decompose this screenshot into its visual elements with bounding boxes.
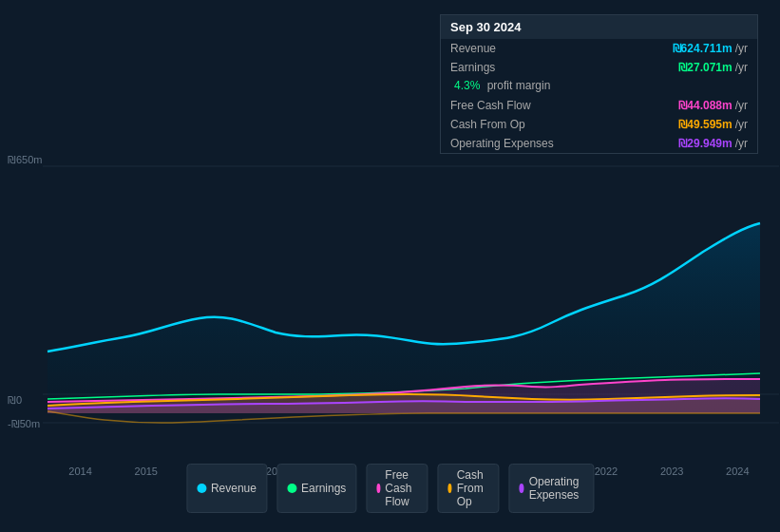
legend-revenue[interactable]: Revenue <box>186 464 267 513</box>
legend-fcf[interactable]: Free Cash Flow <box>366 464 428 513</box>
x-label-2015: 2015 <box>135 466 158 477</box>
legend-label-fcf: Free Cash Flow <box>385 468 417 508</box>
legend-dot-revenue <box>197 484 206 493</box>
tooltip-row-revenue: Revenue ₪624.711m /yr <box>441 39 757 58</box>
tooltip-row-cashop: Cash From Op ₪49.595m /yr <box>441 115 757 134</box>
tooltip-row-opex: Operating Expenses ₪29.949m /yr <box>441 134 757 153</box>
legend-dot-earnings <box>287 484 296 493</box>
tooltip-profit-margin: 4.3% profit margin <box>441 77 757 96</box>
data-tooltip: Sep 30 2024 Revenue ₪624.711m /yr Earnin… <box>440 14 758 154</box>
legend-label-revenue: Revenue <box>211 482 257 495</box>
tooltip-row-fcf: Free Cash Flow ₪44.088m /yr <box>441 96 757 115</box>
x-label-2023: 2023 <box>660 466 683 477</box>
chart-legend: Revenue Earnings Free Cash Flow Cash Fro… <box>186 464 594 513</box>
legend-dot-fcf <box>376 484 380 493</box>
x-label-2024: 2024 <box>726 466 749 477</box>
legend-label-cashop: Cash From Op <box>457 468 489 508</box>
legend-earnings[interactable]: Earnings <box>276 464 356 513</box>
x-label-2014: 2014 <box>68 466 91 477</box>
legend-dot-cashop <box>447 484 451 493</box>
tooltip-row-earnings: Earnings ₪27.071m /yr <box>441 58 757 77</box>
tooltip-title: Sep 30 2024 <box>441 15 757 39</box>
main-chart <box>0 147 780 461</box>
legend-label-earnings: Earnings <box>301 482 346 495</box>
legend-cashop[interactable]: Cash From Op <box>437 464 499 513</box>
legend-label-opex: Operating Expenses <box>529 475 583 502</box>
legend-opex[interactable]: Operating Expenses <box>508 464 594 513</box>
x-label-2022: 2022 <box>595 466 618 477</box>
legend-dot-opex <box>519 484 523 493</box>
